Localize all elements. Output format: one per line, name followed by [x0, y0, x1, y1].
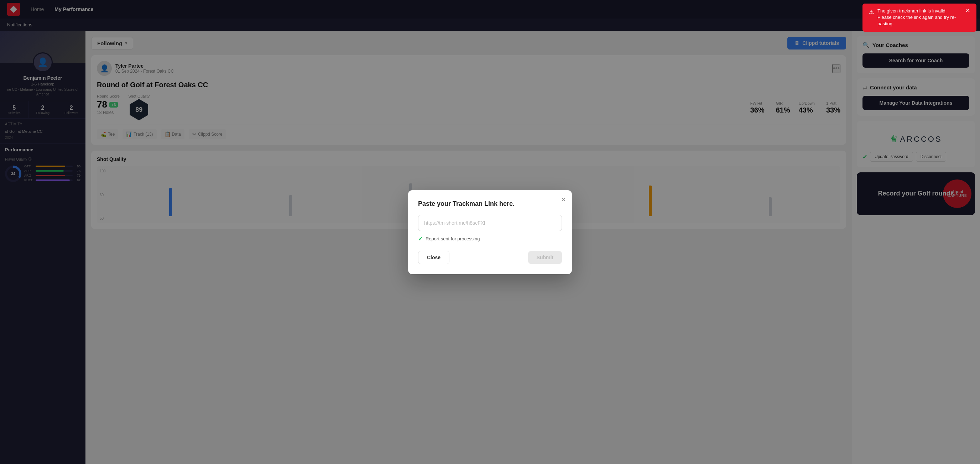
modal-footer: Close Submit	[418, 251, 562, 264]
success-check-icon: ✔	[418, 235, 423, 242]
modal-success-message: ✔ Report sent for processing	[418, 235, 562, 242]
modal-submit-button[interactable]: Submit	[528, 251, 562, 264]
modal-close-button[interactable]: Close	[418, 251, 449, 264]
trackman-link-input[interactable]	[418, 215, 562, 231]
modal-close-x-button[interactable]: ✕	[561, 196, 566, 204]
error-toast: ⚠ The given trackman link is invalid. Pl…	[862, 3, 977, 32]
modal-title: Paste your Trackman Link here.	[418, 200, 562, 208]
warning-icon: ⚠	[869, 8, 874, 16]
modal-overlay[interactable]: Paste your Trackman Link here. ✕ ✔ Repor…	[0, 0, 980, 464]
success-text: Report sent for processing	[426, 236, 480, 242]
toast-close-button[interactable]: ✕	[966, 8, 970, 14]
trackman-modal: Paste your Trackman Link here. ✕ ✔ Repor…	[408, 190, 572, 274]
toast-message: The given trackman link is invalid. Plea…	[877, 8, 959, 27]
